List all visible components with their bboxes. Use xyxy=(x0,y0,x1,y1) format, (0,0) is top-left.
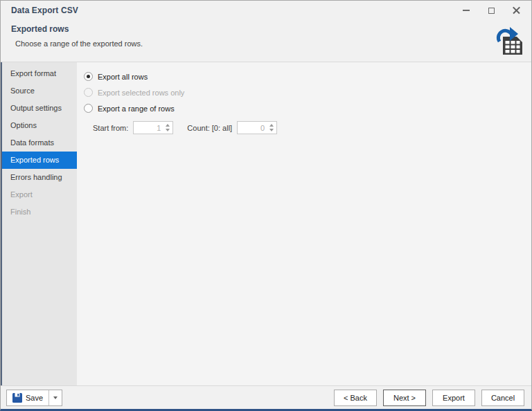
count-input xyxy=(238,122,266,134)
range-controls-row: Start from: Count: [0: all] xyxy=(93,121,531,134)
sidebar-item-exported-rows[interactable]: Exported rows xyxy=(2,152,77,169)
radio-export-range-of-rows[interactable]: Export a range of rows xyxy=(84,100,531,116)
window-title: Data Export CSV xyxy=(11,6,78,15)
title-bar: Data Export CSV xyxy=(1,1,531,20)
radio-export-all-rows[interactable]: Export all rows xyxy=(84,68,531,84)
sidebar-item-source[interactable]: Source xyxy=(2,82,77,100)
save-button-label: Save xyxy=(26,394,43,402)
save-floppy-icon xyxy=(12,393,22,403)
chevron-down-icon xyxy=(53,396,57,399)
sidebar-item-options[interactable]: Options xyxy=(2,117,77,134)
wizard-steps-sidebar: Export format Source Output settings Opt… xyxy=(1,62,77,385)
spin-up-icon xyxy=(269,124,274,127)
radio-label: Export selected rows only xyxy=(98,89,184,97)
minimize-button[interactable] xyxy=(454,1,479,20)
page-title: Exported rows xyxy=(11,24,69,34)
radio-label: Export all rows xyxy=(98,73,148,81)
spin-down-icon xyxy=(269,129,274,131)
save-split-button: Save xyxy=(6,390,62,406)
close-button[interactable] xyxy=(504,1,529,20)
data-export-wizard-window: Data Export CSV Exported rows Choose a r… xyxy=(0,0,532,411)
sidebar-item-output-settings[interactable]: Output settings xyxy=(2,100,77,117)
navigation-buttons: < Back Next > Export Cancel xyxy=(334,390,524,406)
sidebar-item-errors-handling[interactable]: Errors handling xyxy=(2,169,77,186)
minimize-icon xyxy=(463,10,470,11)
close-icon xyxy=(513,7,520,15)
radio-button-icon[interactable] xyxy=(84,104,93,113)
back-button[interactable]: < Back xyxy=(334,390,377,406)
radio-button-icon[interactable] xyxy=(84,72,93,81)
start-from-spinner xyxy=(133,121,173,134)
page-subtitle: Choose a range of the exported rows. xyxy=(15,39,143,48)
sidebar-item-export: Export xyxy=(2,186,77,203)
sidebar-item-finish: Finish xyxy=(2,203,77,221)
window-controls xyxy=(454,1,529,20)
count-label: Count: [0: all] xyxy=(187,124,232,132)
start-from-input xyxy=(134,122,162,134)
count-spinner xyxy=(237,121,277,134)
radio-button-icon xyxy=(84,88,93,97)
start-from-spin-buttons xyxy=(162,122,172,134)
maximize-button[interactable] xyxy=(479,1,504,20)
radio-export-selected-rows: Export selected rows only xyxy=(84,84,531,100)
start-from-label: Start from: xyxy=(93,124,128,132)
save-button[interactable]: Save xyxy=(7,390,48,405)
cancel-button[interactable]: Cancel xyxy=(481,390,524,406)
next-button[interactable]: Next > xyxy=(383,390,426,406)
maximize-icon xyxy=(488,8,495,14)
wizard-page-content: Export all rows Export selected rows onl… xyxy=(77,62,531,385)
spin-up-icon xyxy=(166,124,170,127)
save-dropdown-button[interactable] xyxy=(48,390,62,405)
count-spin-buttons xyxy=(266,122,276,134)
radio-label: Export a range of rows xyxy=(98,104,175,113)
sidebar-item-export-format[interactable]: Export format xyxy=(2,65,77,82)
export-table-icon xyxy=(495,26,525,59)
wizard-footer: Save < Back Next > Export Cancel xyxy=(1,385,531,409)
sidebar-item-data-formats[interactable]: Data formats xyxy=(2,134,77,152)
export-button[interactable]: Export xyxy=(432,390,475,406)
wizard-page-header: Exported rows Choose a range of the expo… xyxy=(1,20,531,62)
spin-down-icon xyxy=(166,129,170,131)
